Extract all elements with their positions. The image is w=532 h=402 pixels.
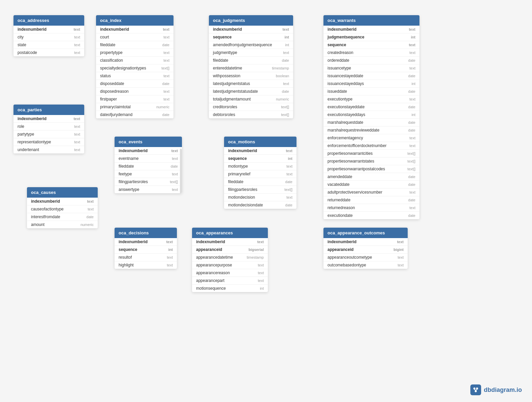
table-row: fileddatedate [224, 178, 296, 186]
col-type: text [74, 35, 80, 39]
col-name: primaryclaimtotal [100, 105, 131, 109]
table-oca_appearance_outcomes[interactable]: oca_appearance_outcomesindexnumberidtext… [323, 228, 408, 269]
col-type: text [172, 172, 178, 176]
table-row: appearancedatetimetimestamp [192, 254, 268, 261]
col-name: sequence [327, 42, 346, 47]
table-row: undertenanttext [13, 146, 84, 153]
col-name: motiondecisiondate [228, 203, 263, 207]
col-name: appearancepurpose [196, 263, 232, 267]
col-type: text [286, 149, 292, 153]
col-name: issuancestayeddays [327, 81, 364, 86]
col-type: text [167, 263, 173, 267]
col-name: returnedreason [327, 205, 355, 210]
table-oca_index[interactable]: oca_indexindexnumberidtextcourttextfiled… [96, 15, 174, 118]
col-name: outcomebasedontype [327, 263, 366, 267]
col-type: text [74, 140, 80, 144]
col-type: date [87, 215, 94, 219]
col-type: text [409, 190, 415, 194]
svg-point-1 [476, 387, 478, 390]
table-row: outcomebasedontypetext [323, 261, 408, 269]
table-row: amountnumeric [27, 221, 98, 228]
col-name: appearancereason [196, 270, 230, 275]
table-row: issuancestayeddatedate [323, 72, 419, 80]
table-row: appearancereasontext [192, 269, 268, 277]
col-type: numeric [276, 97, 289, 101]
col-type: numeric [156, 105, 169, 109]
table-oca_causes[interactable]: oca_causesindexnumberidtextcauseofaction… [27, 187, 98, 228]
table-oca_parties[interactable]: oca_partiesindexnumberidtextroletextpart… [13, 105, 84, 153]
col-type: date [162, 113, 169, 117]
col-name: dateofjurydemand [100, 112, 132, 117]
table-header-oca_events: oca_events [115, 137, 182, 147]
col-name: motiondecision [228, 195, 255, 200]
table-row: eventnametext [115, 155, 182, 163]
table-oca_judgments[interactable]: oca_judgmentsindexnumberidtextsequencein… [209, 15, 293, 118]
table-row: motionsequenceint [192, 285, 268, 292]
table-oca_addresses[interactable]: oca_addressesindexnumberidtextcitytextst… [13, 15, 84, 56]
table-row: indexnumberidtext [192, 238, 268, 246]
svg-line-3 [474, 390, 476, 390]
col-type: text [258, 279, 264, 283]
table-row: marshalrequestrevieweddatedate [323, 126, 419, 134]
col-name: indexnumberid [327, 239, 356, 244]
col-name: primaryrelief [228, 172, 250, 176]
table-oca_warrants[interactable]: oca_warrantsindexnumberidtextjudgmentseq… [323, 15, 419, 219]
scroll-indicator[interactable] [180, 149, 182, 193]
col-name: specialtydesignationtypes [100, 66, 146, 70]
table-row: classificationtext [96, 57, 174, 64]
col-name: indexnumberid [196, 239, 225, 244]
table-row: adultprotectiveservicesnumbertext [323, 189, 419, 196]
table-row: propertiesonwarrantstatestext[] [323, 157, 419, 165]
col-type: text [163, 58, 169, 62]
col-name: indexnumberid [119, 239, 148, 244]
table-row: disposeddatedate [96, 80, 174, 88]
table-row: postalcodetext [13, 49, 84, 56]
table-row: judgmenttypetext [209, 49, 293, 57]
col-name: executiontype [327, 97, 352, 102]
table-row: creditorsrolestext[] [209, 103, 293, 111]
table-row: disposedreasontext [96, 88, 174, 95]
table-row: debtorsrolestext[] [209, 111, 293, 118]
col-type: text [74, 43, 80, 47]
col-type: text [171, 149, 178, 153]
col-name: propertiesonwarrantpostalcodes [327, 167, 385, 171]
table-header-oca_appearances: oca_appearances [192, 228, 268, 238]
col-type: date [408, 213, 415, 218]
table-oca_events[interactable]: oca_eventsindexnumberidtexteventnametext… [115, 137, 182, 193]
col-type: date [162, 43, 169, 47]
col-type: text [88, 207, 94, 211]
col-type: text [409, 206, 415, 210]
col-type: timestamp [247, 255, 264, 259]
col-name: ordereddate [327, 58, 349, 63]
col-name: amount [31, 222, 44, 227]
table-row: fileddatedate [96, 41, 174, 49]
col-name: filingpartiesroles [228, 187, 257, 192]
logo-text: dbdiagram.io [484, 386, 522, 394]
col-name: fileddate [228, 179, 243, 184]
table-row: sequenceint [209, 33, 293, 41]
table-row: indexnumberidtext [115, 147, 182, 155]
col-name: role [18, 124, 24, 129]
col-name: judgmenttype [213, 50, 237, 55]
col-type: text [163, 35, 169, 39]
table-body-oca_motions: indexnumberidtextsequenceintmotiontypete… [224, 147, 296, 209]
table-row: withpossessionboolean [209, 72, 293, 80]
col-type: text [282, 27, 289, 31]
col-name: indexnumberid [213, 27, 242, 32]
col-name: createdreason [327, 50, 353, 55]
table-oca_decisions[interactable]: oca_decisionsindexnumberidtextsequencein… [115, 228, 177, 269]
table-row: sequenceint [224, 155, 296, 163]
col-type: text[] [407, 159, 415, 163]
col-name: issuancetype [327, 66, 351, 70]
col-type: int [411, 35, 415, 39]
col-type: text [73, 117, 80, 121]
table-oca_appearances[interactable]: oca_appearancesindexnumberidtextappearan… [192, 228, 268, 292]
table-body-oca_events: indexnumberidtexteventnametextfileddated… [115, 147, 182, 193]
table-row: enforcementagencytext [323, 134, 419, 142]
table-row: filingpartiesrolestext[] [115, 178, 182, 186]
table-oca_motions[interactable]: oca_motionsindexnumberidtextsequenceintm… [224, 137, 296, 209]
col-type: text [163, 51, 169, 55]
col-type: text [163, 97, 169, 101]
table-body-oca_addresses: indexnumberidtextcitytextstatetextpostal… [13, 26, 84, 56]
col-type: text [409, 66, 415, 70]
